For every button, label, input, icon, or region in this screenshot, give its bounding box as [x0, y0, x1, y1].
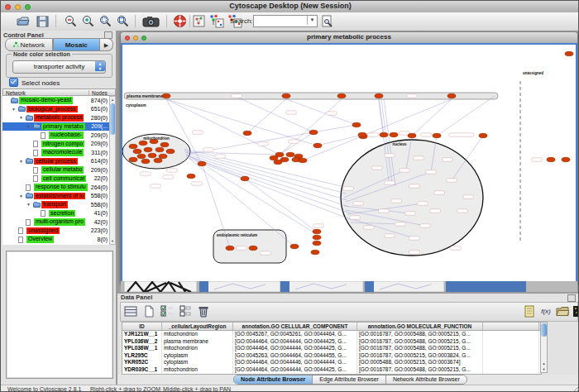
tree-expand-icon[interactable]: ▼	[19, 159, 23, 164]
tree-row-macromolecule[interactable]: macromolecule311(0)	[2, 148, 109, 157]
network-node[interactable]	[137, 154, 146, 158]
select-attributes-icon[interactable]	[160, 305, 174, 318]
tree-col-nodes[interactable]: Nodes	[89, 90, 108, 96]
network-node[interactable]	[274, 160, 282, 164]
tree-row-biological-process[interactable]: ▼biological_process651(0)	[2, 105, 109, 114]
tree-row-primary-metabo[interactable]: ▼primary metabo209(...	[2, 122, 109, 131]
node-color-dropdown[interactable]: transporter activity ▲▼	[12, 60, 106, 74]
open-session-icon[interactable]	[16, 14, 30, 28]
table-row[interactable]: YJR121W__1mitochondrion[GO:0045267, GO:0…	[122, 331, 541, 338]
network-node[interactable]	[313, 241, 321, 245]
network-node[interactable]	[352, 122, 361, 127]
tree-row-nucleobase-[interactable]: nucleobase-209(0)	[2, 131, 109, 140]
tree-scrollbar[interactable]: ▲ ▼	[109, 96, 116, 245]
network-node[interactable]	[154, 158, 162, 162]
network-node[interactable]	[565, 51, 573, 55]
tree-row-metabolic-process[interactable]: ▼metabolic process280(0)	[2, 113, 109, 122]
resize-grip-icon[interactable]	[572, 386, 579, 392]
network-node[interactable]	[299, 158, 307, 162]
table-header-cell[interactable]	[483, 323, 539, 330]
data-panel-float-icon[interactable]	[567, 294, 576, 302]
zoom-selected-icon[interactable]	[98, 14, 112, 28]
network-node[interactable]	[433, 133, 441, 137]
network-edge[interactable]	[245, 179, 317, 232]
network-edge[interactable]	[280, 99, 342, 155]
network-node[interactable]	[337, 93, 346, 98]
network-node[interactable]	[187, 174, 195, 178]
network-node[interactable]	[562, 157, 570, 161]
network-node[interactable]	[243, 131, 251, 135]
tab-edge-attribute-browser[interactable]: Edge Attribute Browser	[313, 375, 386, 384]
birds-eye-view-panel[interactable]	[6, 251, 113, 379]
network-node[interactable]	[129, 157, 137, 161]
tree-row-cell-communicat[interactable]: cell communicat22(0)	[2, 174, 109, 184]
zoom-fit-icon[interactable]	[116, 14, 130, 28]
table-header-cell[interactable]: ID	[122, 323, 162, 330]
compartment-plasma-membrane[interactable]	[124, 93, 498, 99]
network-node[interactable]	[358, 132, 366, 136]
network-node[interactable]	[290, 244, 299, 248]
tree-row-mosaic-demo-yeast[interactable]: mosaic-demo-yeast874(0)	[2, 96, 109, 105]
app-titlebar[interactable]: Cytoscape Desktop (New Session)	[1, 1, 579, 13]
tree-row-secretion[interactable]: secretion41(0)	[2, 209, 109, 218]
network-node[interactable]	[160, 142, 169, 146]
tree-row-transport[interactable]: ▼transport558(0)	[2, 200, 109, 209]
tree-row-establishment-of-lo[interactable]: ▼establishment of lo558(0)	[2, 192, 109, 201]
zoom-in-icon[interactable]	[81, 14, 95, 28]
dropdown-stepper-icon[interactable]: ▲▼	[95, 61, 105, 71]
network-node[interactable]	[156, 147, 164, 151]
network-node[interactable]	[159, 154, 167, 158]
snapshot-camera-icon[interactable]	[142, 14, 160, 28]
network-node[interactable]	[148, 153, 156, 157]
search-config-icon[interactable]	[320, 14, 334, 28]
new-attribute-icon[interactable]	[142, 305, 156, 318]
tab-network-attribute-browser[interactable]: Network Attribute Browser	[386, 375, 467, 384]
network-node[interactable]	[282, 93, 290, 98]
network-node[interactable]	[133, 149, 141, 153]
table-header-cell[interactable]: annotation.GO MOLECULAR_FUNCTION	[357, 323, 483, 330]
matrix-heatmap-icon[interactable]	[572, 305, 579, 318]
unselect-attributes-icon[interactable]	[179, 305, 192, 318]
tab-mosaic[interactable]: Mosaic	[53, 38, 101, 51]
search-input[interactable]: ▼	[253, 15, 318, 27]
network-edge[interactable]	[185, 154, 349, 207]
background-window-fragment[interactable]	[199, 281, 280, 292]
network-node[interactable]	[144, 147, 152, 151]
tree-row-multi-organism-pro[interactable]: multi-organism pro42(0)	[2, 218, 109, 227]
tree-expand-icon[interactable]: ▼	[19, 115, 23, 120]
network-node[interactable]	[198, 161, 206, 165]
background-windows-strip[interactable]	[121, 281, 577, 292]
network-view-window[interactable]: primary metabolic process plasma membran…	[121, 32, 577, 283]
network-node[interactable]	[390, 132, 398, 136]
help-lifesaver-icon[interactable]	[173, 14, 187, 28]
network-node[interactable]	[166, 149, 175, 153]
save-session-icon[interactable]	[36, 14, 50, 28]
background-window-fragment[interactable]	[365, 281, 444, 292]
network-node[interactable]	[162, 93, 170, 98]
table-scrollbar[interactable]: ▲ ▼	[540, 322, 548, 373]
table-row[interactable]: YLR295Ccytoplasm[GO:0045263, GO:0044464,…	[122, 352, 541, 360]
network-node[interactable]	[375, 93, 383, 98]
background-window-fragment[interactable]	[446, 281, 526, 292]
background-window-fragment[interactable]	[280, 281, 363, 292]
tree-expand-icon[interactable]: ▼	[26, 202, 31, 207]
background-window-fragment[interactable]	[280, 281, 290, 292]
tree-expand-icon[interactable]: ▼	[26, 124, 31, 129]
select-nodes-checkbox[interactable]	[9, 78, 18, 87]
network-node[interactable]	[139, 141, 147, 145]
layout-nodes-icon[interactable]	[208, 14, 224, 28]
tree-row-response-to-stimulu[interactable]: response to stimulu264(0)	[2, 183, 109, 192]
network-node[interactable]	[270, 155, 278, 160]
attribute-table-icon[interactable]	[124, 305, 137, 318]
table-header-cell[interactable]: annotation.GO CELLULAR_COMPONENT	[233, 323, 357, 330]
network-node[interactable]	[447, 93, 456, 98]
network-edge[interactable]	[412, 99, 452, 136]
tab-overflow-arrow[interactable]: ▶	[100, 38, 113, 51]
tree-expand-icon[interactable]: ▼	[19, 194, 23, 198]
network-edge[interactable]	[187, 152, 280, 155]
attribute-table[interactable]: ID_cellularLayoutRegionannotation.GO CEL…	[122, 322, 542, 375]
network-edge[interactable]	[318, 135, 362, 146]
network-overview-icon[interactable]	[193, 14, 205, 28]
tab-network[interactable]: Network	[5, 38, 53, 51]
tree-row-overview[interactable]: Overview8(0)	[2, 235, 109, 244]
